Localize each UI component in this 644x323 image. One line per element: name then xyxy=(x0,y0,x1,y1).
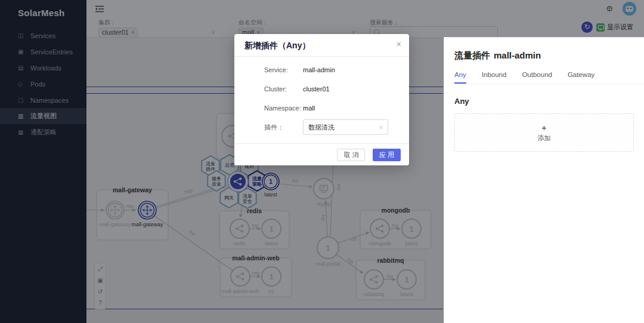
tab-gateway[interactable]: Gateway xyxy=(568,71,595,84)
chevron-down-icon: ∨ xyxy=(379,124,383,130)
drawer-section-title: Any xyxy=(454,97,644,106)
modal-header: 新增插件（Any） × xyxy=(234,34,409,57)
apply-button[interactable]: 应 用 xyxy=(373,149,401,161)
close-icon[interactable]: × xyxy=(397,39,401,49)
drawer-tabs: AnyInboundOutboundGateway xyxy=(454,71,644,84)
tab-inbound[interactable]: Inbound xyxy=(482,71,507,84)
modal-field: Namespace:mall xyxy=(264,99,409,118)
add-plugin-box[interactable]: + 添加 xyxy=(454,113,634,152)
traffic-plugin-drawer: 流量插件mall-admin AnyInboundOutboundGateway… xyxy=(444,37,644,323)
tab-any[interactable]: Any xyxy=(454,71,466,84)
modal-field: Cluster:cluster01 xyxy=(264,79,409,99)
tab-outbound[interactable]: Outbound xyxy=(522,71,552,84)
modal-title: 新增插件（Any） xyxy=(244,41,310,51)
add-label: 添加 xyxy=(538,134,551,143)
modal-footer: 取 消 应 用 xyxy=(234,143,409,165)
plus-icon: + xyxy=(541,123,547,132)
app-root: SolarMesh ◫Services▣ServiceEntries▤Workl… xyxy=(0,0,644,323)
modal-field: Service:mall-admin xyxy=(264,60,409,79)
drawer-service-name: mall-admin xyxy=(494,50,541,60)
modal-body: Service:mall-adminCluster:cluster01Names… xyxy=(234,57,409,137)
plugin-field: 插件：数据清洗∨ xyxy=(264,118,409,137)
cancel-button[interactable]: 取 消 xyxy=(337,149,365,161)
drawer-title: 流量插件mall-admin xyxy=(454,50,644,61)
plugin-select[interactable]: 数据清洗∨ xyxy=(303,119,388,135)
add-plugin-modal: 新增插件（Any） × Service:mall-adminCluster:cl… xyxy=(234,34,409,165)
